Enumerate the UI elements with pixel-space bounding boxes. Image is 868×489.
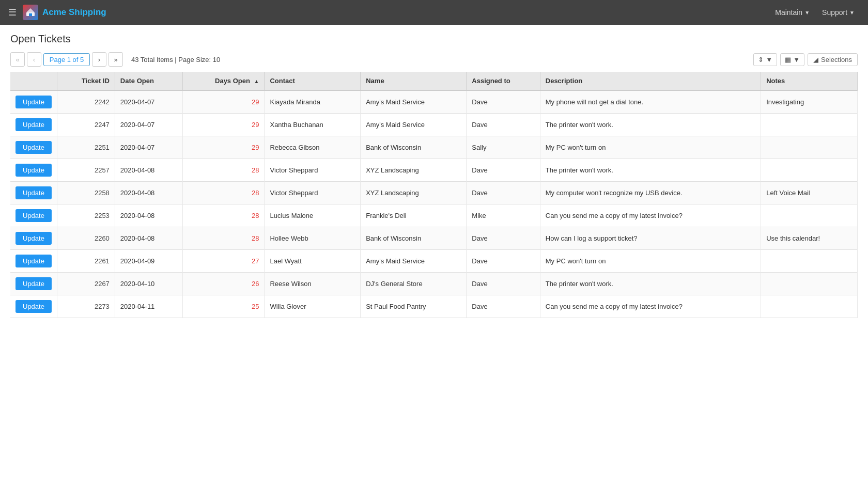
first-page-button[interactable]: « [10,52,25,67]
col-header-days-open[interactable]: Days Open ▲ [182,72,265,90]
update-button[interactable]: Update [16,186,52,199]
description-cell: Can you send me a copy of my latest invo… [540,204,761,227]
action-cell: Update [10,159,57,182]
support-menu-button[interactable]: Support ▼ [817,5,860,20]
ticket-id-cell: 2251 [57,136,115,159]
total-info: 43 Total Items | Page Size: 10 [131,56,220,64]
svg-marker-1 [26,8,35,12]
navbar: ☰ Acme Shipping Maintain ▼ Support ▼ [0,0,868,25]
ticket-id-cell: 2242 [57,90,115,114]
hamburger-icon[interactable]: ☰ [8,7,17,18]
name-cell: Bank of Wisconsin [361,136,467,159]
days-open-cell: 28 [182,159,265,182]
description-cell: My PC won't turn on [540,250,761,273]
contact-cell: Willa Glover [265,295,361,318]
date-open-cell: 2020-04-07 [115,114,182,136]
last-page-button[interactable]: » [109,52,123,67]
ticket-id-cell: 2247 [57,114,115,136]
ticket-id-cell: 2260 [57,227,115,250]
toolbar-right: ⇕ ▼ ▦ ▼ ◢ Selections [753,53,858,66]
contact-cell: Kiayada Miranda [265,90,361,114]
contact-cell: Lucius Malone [265,204,361,227]
date-open-cell: 2020-04-07 [115,90,182,114]
support-caret-icon: ▼ [849,10,855,15]
update-button[interactable]: Update [16,255,52,267]
contact-cell: Rebecca Gibson [265,136,361,159]
notes-cell [761,250,858,273]
filter-icon: ◢ [813,56,818,64]
name-cell: Bank of Wisconsin [361,227,467,250]
assigned-to-cell: Dave [467,273,540,295]
action-cell: Update [10,250,57,273]
tickets-table-wrapper: Ticket ID Date Open Days Open ▲ Contact … [10,72,858,318]
app-logo-icon [23,5,38,20]
contact-cell: Hollee Webb [265,227,361,250]
name-cell: XYZ Landscaping [361,182,467,204]
ticket-id-cell: 2273 [57,295,115,318]
name-cell: XYZ Landscaping [361,159,467,182]
update-button[interactable]: Update [16,232,52,245]
description-cell: The printer won't work. [540,273,761,295]
description-cell: My phone will not get a dial tone. [540,90,761,114]
next-page-button[interactable]: › [92,52,106,67]
update-button[interactable]: Update [16,209,52,222]
description-cell: The printer won't work. [540,159,761,182]
action-cell: Update [10,136,57,159]
page-content: Open Tickets « ‹ Page 1 of 5 › » 43 Tota… [0,25,868,326]
toolbar-left: « ‹ Page 1 of 5 › » 43 Total Items | Pag… [10,52,220,67]
ticket-id-cell: 2258 [57,182,115,204]
notes-cell [761,204,858,227]
maintain-menu-button[interactable]: Maintain ▼ [770,5,815,20]
view-options-button[interactable]: ▦ ▼ [780,53,804,66]
col-header-name: Name [361,72,467,90]
table-row: Update 2261 2020-04-09 27 Lael Wyatt Amy… [10,250,858,273]
update-button[interactable]: Update [16,96,52,108]
name-cell: Amy's Maid Service [361,250,467,273]
days-open-cell: 29 [182,90,265,114]
contact-cell: Victor Sheppard [265,182,361,204]
action-cell: Update [10,227,57,250]
update-button[interactable]: Update [16,141,52,154]
date-open-cell: 2020-04-08 [115,182,182,204]
col-header-assigned-to: Assigned to [467,72,540,90]
sort-options-button[interactable]: ⇕ ▼ [753,53,777,66]
name-cell: Frankie's Deli [361,204,467,227]
name-cell: Amy's Maid Service [361,114,467,136]
name-cell: St Paul Food Pantry [361,295,467,318]
notes-cell [761,114,858,136]
days-open-cell: 27 [182,250,265,273]
update-button[interactable]: Update [16,118,52,131]
ticket-id-cell: 2261 [57,250,115,273]
table-row: Update 2247 2020-04-07 29 Xantha Buchana… [10,114,858,136]
assigned-to-cell: Dave [467,227,540,250]
description-cell: The printer won't work. [540,114,761,136]
days-open-cell: 28 [182,204,265,227]
logo-area: Acme Shipping [23,5,106,20]
action-cell: Update [10,90,57,114]
assigned-to-cell: Dave [467,182,540,204]
page-title: Open Tickets [10,33,858,45]
update-button[interactable]: Update [16,164,52,177]
table-header: Ticket ID Date Open Days Open ▲ Contact … [10,72,858,90]
page-info: Page 1 of 5 [43,53,90,66]
table-row: Update 2251 2020-04-07 29 Rebecca Gibson… [10,136,858,159]
table-row: Update 2260 2020-04-08 28 Hollee Webb Ba… [10,227,858,250]
tickets-table: Ticket ID Date Open Days Open ▲ Contact … [10,72,858,318]
navbar-right: Maintain ▼ Support ▼ [770,5,860,20]
ticket-id-cell: 2253 [57,204,115,227]
col-header-description: Description [540,72,761,90]
col-header-contact: Contact [265,72,361,90]
days-open-sort-icon: ▲ [254,78,259,84]
selections-button[interactable]: ◢ Selections [808,53,858,66]
update-button[interactable]: Update [16,277,52,290]
date-open-cell: 2020-04-09 [115,250,182,273]
description-cell: My computer won't recognize my USB devic… [540,182,761,204]
prev-page-button[interactable]: ‹ [27,52,41,67]
col-header-notes: Notes [761,72,858,90]
days-open-cell: 25 [182,295,265,318]
contact-cell: Reese Wilson [265,273,361,295]
columns-icon: ▦ [785,56,791,64]
update-button[interactable]: Update [16,300,52,313]
action-cell: Update [10,273,57,295]
date-open-cell: 2020-04-08 [115,227,182,250]
